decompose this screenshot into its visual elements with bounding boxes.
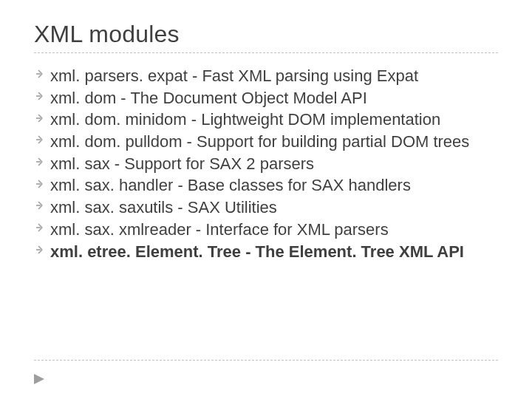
list-item-text: xml. sax. handler - Base classes for SAX… xyxy=(50,176,411,194)
list-item: xml. sax. saxutils - SAX Utilities xyxy=(34,197,498,219)
list-item: xml. parsers. expat - Fast XML parsing u… xyxy=(34,65,498,87)
slide-title: XML modules xyxy=(34,21,498,48)
bullet-icon xyxy=(34,92,43,100)
list-item-text: xml. dom - The Document Object Model API xyxy=(50,89,367,107)
list-item: xml. etree. Element. Tree - The Element.… xyxy=(34,241,498,263)
list-item-text: xml. sax. saxutils - SAX Utilities xyxy=(50,198,277,216)
list-item: xml. sax. handler - Base classes for SAX… xyxy=(34,174,498,197)
bullet-icon xyxy=(34,180,43,188)
list-item: xml. sax - Support for SAX 2 parsers xyxy=(34,153,498,175)
list-item-text: xml. dom. pulldom - Support for building… xyxy=(50,132,469,151)
title-divider xyxy=(34,52,498,53)
bullet-icon xyxy=(34,69,43,78)
bullet-icon xyxy=(34,201,43,210)
list-item: xml. dom. pulldom - Support for building… xyxy=(34,131,498,153)
bullet-icon xyxy=(34,245,43,254)
bullet-icon xyxy=(34,157,43,166)
list-item-text: xml. sax - Support for SAX 2 parsers xyxy=(50,154,314,173)
list-item-text: xml. parsers. expat - Fast XML parsing u… xyxy=(50,66,418,85)
bullet-icon xyxy=(34,223,43,232)
list-item: xml. dom - The Document Object Model API xyxy=(34,87,498,109)
footer-divider xyxy=(34,360,498,361)
bullet-icon xyxy=(34,135,43,144)
list-item: xml. dom. minidom - Lightweight DOM impl… xyxy=(34,109,498,131)
list-item: xml. sax. xmlreader - Interface for XML … xyxy=(34,219,498,241)
list-item-text: xml. dom. minidom - Lightweight DOM impl… xyxy=(50,110,440,129)
play-icon xyxy=(34,374,44,384)
slide: XML modules xml. parsers. expat - Fast X… xyxy=(0,0,532,399)
bullet-icon xyxy=(34,114,43,123)
list-item-text: xml. etree. Element. Tree - The Element.… xyxy=(50,242,464,261)
list-item-text: xml. sax. xmlreader - Interface for XML … xyxy=(50,220,389,239)
bullet-list: xml. parsers. expat - Fast XML parsing u… xyxy=(34,65,498,262)
svg-marker-27 xyxy=(34,374,44,384)
